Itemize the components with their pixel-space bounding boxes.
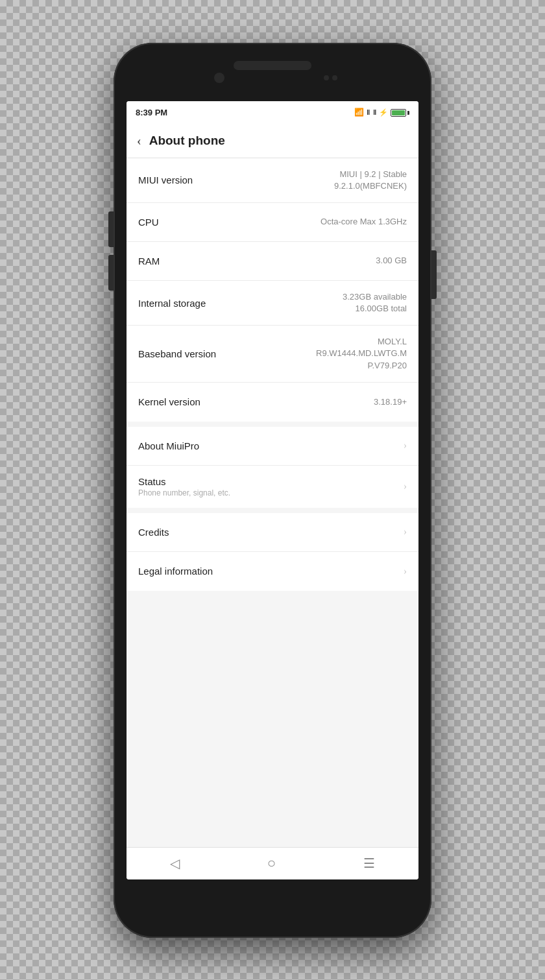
- chevron-icon: ›: [404, 440, 407, 451]
- internal-storage-row: Internal storage 3.23GB available16.00GB…: [127, 281, 418, 326]
- page-title: About phone: [149, 134, 225, 148]
- status-label: Status: [138, 476, 230, 487]
- internal-storage-label: Internal storage: [138, 298, 206, 309]
- header: ‹ About phone: [127, 125, 418, 158]
- chevron-icon: ›: [404, 526, 407, 538]
- miui-version-row: MIUI version MIUI | 9.2 | Stable9.2.1.0(…: [127, 158, 418, 203]
- status-row[interactable]: Status Phone number, signal, etc. ›: [127, 466, 418, 508]
- status-time: 8:39 PM: [136, 108, 167, 117]
- miui-version-label: MIUI version: [138, 174, 193, 185]
- ram-label: RAM: [138, 256, 160, 267]
- status-bar: 8:39 PM 📶 Ⅱ Ⅱ ⚡: [127, 101, 418, 125]
- signal-icon-2: Ⅱ: [373, 108, 376, 117]
- phone-bottom-bar: [114, 879, 431, 938]
- status-icons: 📶 Ⅱ Ⅱ ⚡: [354, 108, 409, 117]
- volume-down-button[interactable]: [108, 255, 114, 291]
- bottom-nav: ◁ ○ ☰: [127, 847, 418, 879]
- back-button[interactable]: ‹: [137, 134, 141, 149]
- sensor-dots: [324, 75, 337, 80]
- legal-information-label: Legal information: [138, 566, 213, 577]
- cpu-value: Octa-core Max 1.3GHz: [321, 216, 407, 228]
- signal-icon-1: Ⅱ: [367, 108, 370, 117]
- speaker: [234, 61, 311, 70]
- content-area: MIUI version MIUI | 9.2 | Stable9.2.1.0(…: [127, 158, 418, 847]
- credits-label: Credits: [138, 527, 169, 538]
- cpu-label: CPU: [138, 217, 159, 228]
- wifi-icon: 📶: [354, 108, 364, 117]
- chevron-icon: ›: [404, 566, 407, 577]
- cpu-row: CPU Octa-core Max 1.3GHz: [127, 203, 418, 242]
- volume-up-button[interactable]: [108, 211, 114, 247]
- sensor-dot-2: [332, 75, 337, 80]
- legal-information-row[interactable]: Legal information ›: [127, 552, 418, 591]
- battery-indicator: [391, 109, 409, 117]
- miui-version-value: MIUI | 9.2 | Stable9.2.1.0(MBFCNEK): [334, 169, 407, 192]
- ram-row: RAM 3.00 GB: [127, 242, 418, 281]
- baseband-version-row: Baseband version MOLY.LR9.W1444.MD.LWTG.…: [127, 326, 418, 383]
- battery-tip: [407, 111, 409, 115]
- bolt-icon: ⚡: [379, 108, 388, 117]
- kernel-version-label: Kernel version: [138, 396, 200, 407]
- info-section: MIUI version MIUI | 9.2 | Stable9.2.1.0(…: [127, 158, 418, 422]
- about-miuipro-row[interactable]: About MiuiPro ›: [127, 427, 418, 466]
- back-nav-icon[interactable]: ◁: [170, 855, 180, 871]
- baseband-version-value: MOLY.LR9.W1444.MD.LWTG.MP.V79.P20: [316, 336, 407, 372]
- sensor-dot-1: [324, 75, 329, 80]
- menu-nav-icon[interactable]: ☰: [363, 855, 375, 871]
- power-button[interactable]: [431, 250, 437, 299]
- credits-row[interactable]: Credits ›: [127, 513, 418, 552]
- kernel-version-value: 3.18.19+: [374, 396, 407, 408]
- chevron-icon: ›: [404, 481, 407, 492]
- credits-section: Credits › Legal information ›: [127, 513, 418, 591]
- nav-section: About MiuiPro › Status Phone number, sig…: [127, 427, 418, 508]
- status-label-block: Status Phone number, signal, etc.: [138, 476, 230, 497]
- battery-body: [391, 109, 406, 117]
- camera: [214, 73, 224, 83]
- baseband-version-label: Baseband version: [138, 348, 216, 359]
- phone-top-bar: [114, 43, 431, 101]
- phone-screen: 8:39 PM 📶 Ⅱ Ⅱ ⚡ ‹ About phone: [127, 101, 418, 879]
- about-miuipro-label: About MiuiPro: [138, 440, 199, 451]
- volume-buttons: [108, 211, 114, 291]
- home-nav-icon[interactable]: ○: [267, 855, 276, 872]
- status-sublabel: Phone number, signal, etc.: [138, 488, 230, 497]
- phone-outer: 8:39 PM 📶 Ⅱ Ⅱ ⚡ ‹ About phone: [114, 43, 431, 938]
- battery-fill: [392, 110, 405, 115]
- internal-storage-value: 3.23GB available16.00GB total: [343, 291, 407, 315]
- kernel-version-row: Kernel version 3.18.19+: [127, 383, 418, 422]
- ram-value: 3.00 GB: [376, 255, 407, 267]
